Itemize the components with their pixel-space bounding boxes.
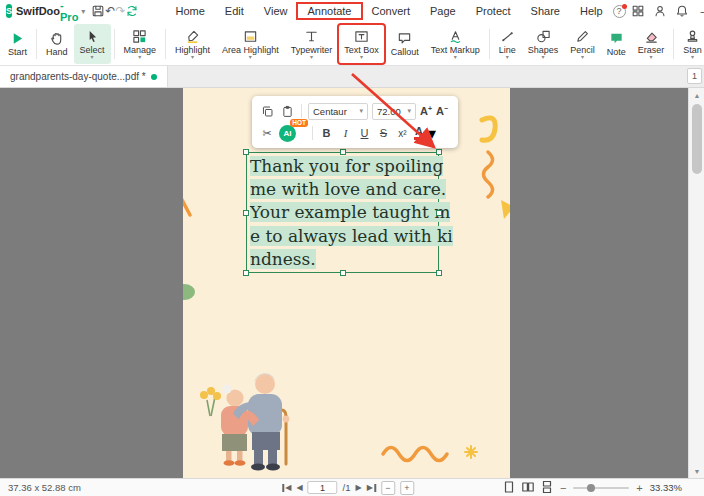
resize-handle[interactable] — [243, 149, 249, 155]
two-page-view-icon[interactable] — [522, 481, 534, 495]
text-box-button[interactable]: Text Box ▾ — [338, 24, 385, 64]
status-bar: 37.36 x 52.88 cm ◀ ◀ /1 ▶ ▶ − + − + 33.3 — [0, 478, 704, 496]
text-line-content[interactable]: ndness. — [250, 249, 316, 269]
hot-badge: HOT — [290, 119, 308, 127]
text-line-content[interactable]: me with love and care. — [250, 179, 446, 199]
minimize-button[interactable]: — — [694, 1, 704, 21]
strikethrough-button[interactable]: S — [376, 127, 391, 139]
zoom-in-button[interactable]: + — [636, 482, 642, 494]
scroll-up-icon[interactable]: ▲ — [689, 88, 704, 102]
menu-view[interactable]: View — [254, 3, 298, 19]
manage-button[interactable]: Manage ▾ — [118, 24, 163, 64]
vertical-scrollbar[interactable]: ▲ ▼ — [688, 88, 704, 478]
font-size-select[interactable]: 72.00 ▾ — [372, 103, 416, 120]
resize-handle[interactable] — [243, 270, 249, 276]
highlight-button[interactable]: Highlight ▾ — [169, 24, 216, 64]
menu-protect[interactable]: Protect — [466, 3, 521, 19]
zoom-in-page-button[interactable]: + — [400, 481, 414, 495]
bold-button[interactable]: B — [319, 127, 334, 139]
page-number-input[interactable] — [308, 481, 338, 494]
hand-button[interactable]: Hand — [40, 24, 74, 64]
typewriter-button[interactable]: Typewriter ▾ — [285, 24, 339, 64]
line-icon — [499, 28, 516, 44]
menu-page[interactable]: Page — [420, 3, 466, 19]
font-family-select[interactable]: Centaur ▾ — [308, 103, 368, 120]
ribbon-separator — [36, 29, 37, 59]
start-button[interactable]: Start — [2, 24, 33, 64]
pencil-button[interactable]: Pencil ▾ — [564, 24, 601, 64]
select-button[interactable]: Select ▾ — [74, 24, 111, 64]
single-page-view-icon[interactable] — [503, 481, 515, 495]
undo-icon[interactable]: ↶ — [105, 2, 115, 20]
zoom-out-button[interactable]: − — [560, 482, 566, 494]
user-account-icon[interactable] — [650, 2, 670, 20]
convert-sync-icon[interactable] — [125, 2, 139, 20]
copy-icon[interactable] — [259, 103, 275, 119]
font-color-caret-icon[interactable]: ▾ — [428, 124, 436, 143]
text-line: Thank you for spoiling — [250, 155, 435, 178]
cut-scissors-icon[interactable]: ✂ — [259, 125, 275, 141]
text-line-content[interactable]: Your example taught m — [250, 202, 450, 222]
typewriter-icon — [303, 28, 320, 44]
resize-handle[interactable] — [340, 149, 346, 155]
text-line-content[interactable]: e to always lead with ki — [250, 226, 453, 246]
typewriter-caret-icon: ▾ — [310, 55, 313, 59]
help-icon[interactable]: ? — [613, 5, 626, 18]
eraser-button[interactable]: Eraser ▾ — [632, 24, 671, 64]
underline-button[interactable]: U — [357, 127, 372, 139]
text-line-content[interactable]: Thank you for spoiling — [250, 156, 443, 176]
resize-handle[interactable] — [436, 270, 442, 276]
area-highlight-button[interactable]: Area Highlight ▾ — [216, 24, 285, 64]
zoom-slider-knob[interactable] — [587, 484, 595, 492]
selected-text-box[interactable]: Thank you for spoiling me with love and … — [246, 152, 439, 273]
previous-page-button[interactable]: ◀ — [296, 483, 302, 492]
hand-icon — [48, 30, 65, 46]
app-name: SwifDoo — [16, 5, 60, 17]
last-page-button[interactable]: ▶ — [367, 483, 376, 492]
zoom-slider[interactable] — [573, 487, 629, 489]
page-total-label: /1 — [343, 482, 351, 493]
page-indicator-badge[interactable]: 1 — [687, 68, 702, 84]
callout-button[interactable]: Callout — [385, 24, 425, 64]
increase-font-button[interactable]: A+ — [420, 105, 432, 117]
italic-button[interactable]: I — [338, 127, 353, 139]
menu-edit[interactable]: Edit — [215, 3, 254, 19]
text-markup-caret-icon: ▾ — [454, 55, 457, 59]
note-icon — [608, 30, 625, 46]
bell-icon[interactable] — [672, 2, 692, 20]
paste-icon[interactable] — [279, 103, 295, 119]
text-markup-button[interactable]: Text Markup ▾ — [425, 24, 486, 64]
menu-help[interactable]: Help — [570, 3, 613, 19]
menu-annotate[interactable]: Annotate — [297, 3, 361, 19]
pencil-caret-icon: ▾ — [581, 55, 584, 59]
menu-share[interactable]: Share — [521, 3, 570, 19]
next-page-button[interactable]: ▶ — [356, 483, 362, 492]
stamp-button[interactable]: Stan ▾ — [677, 24, 704, 64]
apps-grid-icon[interactable] — [628, 2, 648, 20]
next-glyph: ▶ — [367, 483, 373, 492]
superscript-button[interactable]: x² — [395, 128, 410, 139]
redo-icon[interactable]: ↷ — [115, 2, 125, 20]
resize-handle[interactable] — [436, 210, 442, 216]
zoom-out-page-button[interactable]: − — [381, 481, 395, 495]
line-button[interactable]: Line ▾ — [493, 24, 522, 64]
resize-handle[interactable] — [436, 149, 442, 155]
app-menu-caret-icon[interactable]: ▾ — [81, 7, 85, 16]
save-icon[interactable] — [91, 2, 105, 20]
menu-home[interactable]: Home — [165, 3, 214, 19]
area-highlight-caret-icon: ▾ — [249, 55, 252, 59]
first-page-button[interactable]: ◀ — [282, 483, 291, 492]
scroll-down-icon[interactable]: ▼ — [689, 464, 704, 478]
zoom-level-label: 33.33% — [650, 482, 682, 493]
font-color-button[interactable]: A — [414, 126, 424, 140]
shapes-button[interactable]: Shapes ▾ — [522, 24, 565, 64]
menu-convert[interactable]: Convert — [362, 3, 421, 19]
scrollbar-thumb[interactable] — [692, 104, 702, 174]
document-tab[interactable]: grandparents-day-quote...pdf * — [0, 66, 168, 87]
ai-assistant-button[interactable]: AI — [279, 125, 296, 142]
decrease-font-button[interactable]: A− — [436, 105, 448, 117]
resize-handle[interactable] — [243, 210, 249, 216]
continuous-view-icon[interactable] — [541, 481, 553, 495]
note-button[interactable]: Note — [601, 24, 632, 64]
resize-handle[interactable] — [340, 270, 346, 276]
